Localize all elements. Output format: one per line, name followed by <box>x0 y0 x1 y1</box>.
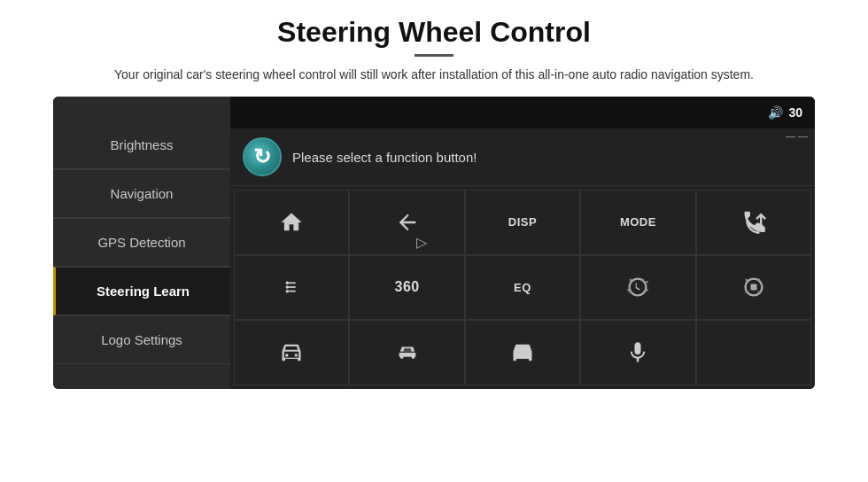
grid-camera-front-button[interactable] <box>580 255 695 321</box>
sidebar: Brightness Navigation GPS Detection Stee… <box>53 97 230 389</box>
svg-point-1 <box>286 286 290 290</box>
function-header: ↻ Please select a function button! <box>230 128 815 186</box>
main-content: 🔊 30 ▷ — — ↻ Please select a function bu… <box>230 97 815 389</box>
mode-label: MODE <box>620 215 656 229</box>
eq-label: EQ <box>514 281 531 294</box>
sidebar-item-gps[interactable]: GPS Detection <box>53 218 230 267</box>
car-front-icon <box>279 340 304 365</box>
camera-rear-icon <box>741 275 766 299</box>
car-side-icon <box>395 340 420 365</box>
svg-point-10 <box>411 356 415 360</box>
equalizer-icon <box>279 275 304 299</box>
microphone-icon <box>625 340 650 365</box>
svg-point-0 <box>286 282 290 285</box>
sidebar-item-brightness[interactable]: Brightness <box>53 121 230 169</box>
volume-value: 30 <box>788 105 802 120</box>
svg-point-8 <box>295 354 298 357</box>
phone-mute-icon <box>741 210 766 235</box>
button-grid: DISP MODE <box>230 186 815 389</box>
grid-car-top-button[interactable] <box>465 320 580 385</box>
sidebar-item-steering[interactable]: Steering Learn <box>53 267 230 315</box>
grid-microphone-button[interactable] <box>580 320 695 385</box>
volume-icon: 🔊 <box>768 105 783 120</box>
grid-equalizer-button[interactable] <box>234 255 349 321</box>
page-subtitle: Your original car's steering wheel contr… <box>114 66 754 84</box>
sidebar-item-navigation[interactable]: Navigation <box>53 169 230 218</box>
camera-front-icon <box>625 275 650 299</box>
function-area: ↻ Please select a function button! <box>230 128 815 389</box>
grid-empty-cell <box>696 320 811 385</box>
grid-home-button[interactable] <box>234 190 349 255</box>
svg-point-7 <box>285 354 289 357</box>
home-icon <box>279 210 304 235</box>
function-prompt: Please select a function button! <box>292 150 477 165</box>
grid-phone-mute-button[interactable] <box>696 190 811 255</box>
grid-back-button[interactable] <box>349 190 464 255</box>
refresh-icon: ↻ <box>253 144 271 169</box>
svg-point-2 <box>286 290 290 293</box>
disp-label: DISP <box>508 215 537 229</box>
page-title: Steering Wheel Control <box>277 16 591 49</box>
grid-disp-button[interactable]: DISP <box>465 190 580 255</box>
car-top-icon <box>510 340 535 365</box>
back-icon <box>395 210 420 235</box>
sidebar-item-logo[interactable]: Logo Settings <box>53 315 230 364</box>
title-divider <box>415 54 453 57</box>
grid-camera-rear-button[interactable] <box>696 255 811 321</box>
car-ui: Brightness Navigation GPS Detection Stee… <box>53 97 815 389</box>
grid-eq-button[interactable]: EQ <box>465 255 580 321</box>
svg-point-9 <box>399 356 403 360</box>
grid-mode-button[interactable]: MODE <box>580 190 695 255</box>
refresh-button[interactable]: ↻ <box>243 137 282 176</box>
top-bar: 🔊 30 <box>230 97 815 128</box>
page-wrapper: Steering Wheel Control Your original car… <box>0 0 868 482</box>
grid-car-front-button[interactable] <box>234 320 349 385</box>
grid-360-button[interactable]: 360 <box>349 255 464 321</box>
top-right-icon: — — <box>786 130 808 141</box>
360-label: 360 <box>394 279 419 295</box>
svg-rect-6 <box>750 284 756 291</box>
grid-car-side-button[interactable] <box>349 320 464 385</box>
